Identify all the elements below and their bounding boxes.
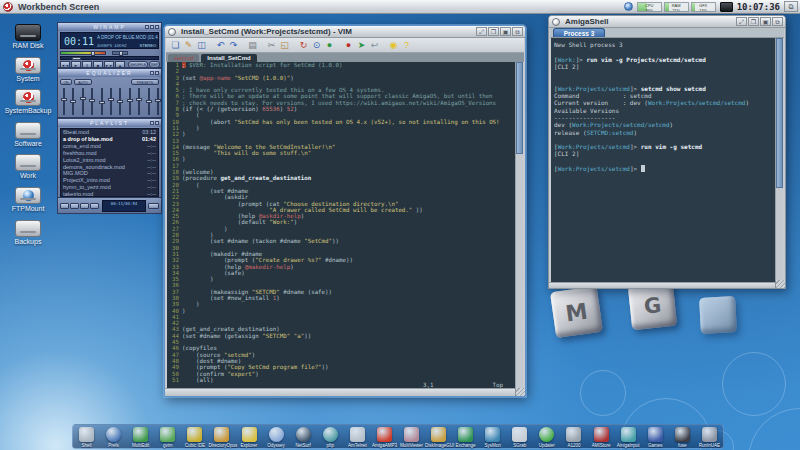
playlist-sel-button[interactable]: [80, 203, 89, 209]
shell-console[interactable]: New Shell process 3 [Work:]> run vim -g …: [551, 38, 775, 282]
dock-item-runinuae[interactable]: RunInUAE: [696, 427, 723, 448]
new-file-icon[interactable]: ❏: [169, 39, 182, 52]
eq-band-thumb[interactable]: [70, 100, 76, 103]
playlist-rem-button[interactable]: [70, 203, 79, 209]
open-file-icon[interactable]: ✎: [182, 39, 195, 52]
desktop-icon-work[interactable]: Work: [1, 154, 55, 179]
eq-band-thumb[interactable]: [146, 100, 152, 103]
dock-item-a1200[interactable]: A1200: [560, 427, 587, 448]
desktop-icon-system[interactable]: System: [1, 57, 55, 82]
session-load-icon[interactable]: ↻: [297, 39, 310, 52]
cut-icon[interactable]: ✂: [265, 39, 278, 52]
zoom-gadget[interactable]: ❐: [488, 27, 499, 36]
seek-slider[interactable]: [60, 56, 159, 60]
eq-band-slider[interactable]: [148, 88, 150, 115]
dock-item-amistore[interactable]: AMIStore: [588, 427, 615, 448]
eq-band-slider[interactable]: [101, 88, 103, 115]
iconify-gadget[interactable]: ▣: [500, 27, 511, 36]
eq-band-slider[interactable]: [72, 88, 74, 115]
dock-item-sysmon[interactable]: SysMon: [479, 427, 506, 448]
save-file-icon[interactable]: ◫: [195, 39, 208, 52]
eq-band-thumb[interactable]: [99, 101, 105, 104]
dock-item-directoryopus[interactable]: DirectoryOpus: [208, 427, 235, 448]
go-back-icon[interactable]: ↩: [368, 39, 381, 52]
playlist-item[interactable]: MIG.MOD--:--: [61, 170, 158, 177]
resize-handle[interactable]: [515, 388, 525, 396]
dock-item-multiedit[interactable]: MultiEdit: [127, 427, 154, 448]
shell-window[interactable]: AmigaShell ⤢❐▣⧉ Process 3 New Shell proc…: [548, 15, 786, 289]
eq-band-slider[interactable]: [63, 88, 65, 115]
eq-band-thumb[interactable]: [127, 99, 133, 102]
playlist-item[interactable]: demons_soundtrack.mod--:--: [61, 164, 158, 171]
dock-item-amtelnet[interactable]: AmTelnet: [344, 427, 371, 448]
eq-band-thumb[interactable]: [117, 100, 123, 103]
next-button[interactable]: ►►: [104, 61, 114, 68]
close-icon[interactable]: [552, 18, 560, 26]
playlist-item[interactable]: Lotus2_intro.mod--:--: [61, 157, 158, 164]
vim-tab-install_setcmd[interactable]: Install_SetCmd: [201, 54, 256, 62]
eq-band-thumb[interactable]: [155, 99, 161, 102]
eq-band-thumb[interactable]: [61, 98, 67, 101]
playlist-list[interactable]: 6beat.mod03:12a drop of blue.mod01:42com…: [60, 128, 159, 197]
make-icon[interactable]: ●: [323, 39, 336, 52]
eject-button[interactable]: ▲: [115, 61, 125, 68]
depth-gadget[interactable]: ⧉: [512, 27, 523, 36]
jump-tag-icon[interactable]: ➤: [355, 39, 368, 52]
desktop-icon-software[interactable]: Software: [1, 122, 55, 147]
eq-band-slider[interactable]: [138, 88, 140, 115]
dock-item-sgrab[interactable]: SGrab: [506, 427, 533, 448]
playlist-list-button[interactable]: [148, 203, 159, 209]
eq-auto-button[interactable]: AUTO: [74, 79, 92, 85]
dock-item-cubic-ide[interactable]: Cubic IDE: [181, 427, 208, 448]
shell-titlebar[interactable]: AmigaShell ⤢❐▣⧉: [549, 16, 785, 28]
dock-item-games[interactable]: Games: [642, 427, 669, 448]
equalizer-titlebar[interactable]: EQUALIZER: [58, 69, 161, 77]
dock-item-pftp[interactable]: pftp: [317, 427, 344, 448]
desktop-icon-ftpmount[interactable]: FTPMount: [1, 187, 55, 212]
equalizer-window-buttons[interactable]: [150, 71, 159, 75]
balance-slider[interactable]: [112, 51, 128, 55]
dock-item-diskimagegui[interactable]: DiskImageGUI: [425, 427, 452, 448]
desktop-icon-systembackup[interactable]: SystemBackup: [1, 89, 55, 114]
eq-band-slider[interactable]: [82, 88, 84, 115]
print-icon[interactable]: ▤: [246, 39, 259, 52]
dock-item-gvim[interactable]: gvim: [154, 427, 181, 448]
resize-gadget[interactable]: ⤢: [476, 27, 487, 36]
playlist-item[interactable]: hymn_to_yezz.mod--:--: [61, 184, 158, 191]
dock-item-odyssey[interactable]: Odyssey: [263, 427, 290, 448]
dock-item-fuse[interactable]: fuse: [669, 427, 696, 448]
playlist-item[interactable]: a drop of blue.mod01:42: [61, 136, 158, 143]
vim-window[interactable]: Install_SetCmd (Work:Projects/setcmd) - …: [164, 25, 526, 397]
player-equalizer-window[interactable]: EQUALIZER ON AUTO PRESETS: [57, 68, 162, 118]
zoom-gadget[interactable]: ❐: [748, 17, 759, 26]
eq-band-slider[interactable]: [91, 88, 93, 115]
dock-item-updater[interactable]: Updater: [533, 427, 560, 448]
player-window-buttons[interactable]: [145, 25, 159, 29]
eq-presets-button[interactable]: PRESETS: [131, 79, 159, 85]
eq-band-thumb[interactable]: [136, 98, 142, 101]
playlist-item[interactable]: coma_end.mod--:--: [61, 143, 158, 150]
volume-slider[interactable]: [60, 51, 106, 55]
shuffle-button[interactable]: SHUFFLE: [128, 61, 148, 68]
play-button[interactable]: ►: [71, 61, 81, 68]
dock-item-explorer[interactable]: Explorer: [236, 427, 263, 448]
dock-item-amigainput[interactable]: AmigaInput: [615, 427, 642, 448]
undo-icon[interactable]: ↶: [214, 39, 227, 52]
eq-band-slider[interactable]: [119, 88, 121, 115]
dock-item-shell[interactable]: Shell: [73, 427, 100, 448]
player-main-titlebar[interactable]: WINAMP: [58, 23, 161, 31]
tip-icon[interactable]: ◉: [387, 39, 400, 52]
eq-band-slider[interactable]: [157, 88, 159, 115]
notifier-icon[interactable]: [624, 2, 633, 11]
paste-icon[interactable]: ◱: [278, 39, 291, 52]
dock-item-netsurf[interactable]: NetSurf: [290, 427, 317, 448]
eq-band-thumb[interactable]: [89, 99, 95, 102]
iconify-gadget[interactable]: ▣: [760, 17, 771, 26]
playlist-item[interactable]: freshhou.mod--:--: [61, 150, 158, 157]
prev-button[interactable]: ◄◄: [60, 61, 70, 68]
shell-tab-process3[interactable]: Process 3: [553, 28, 605, 37]
screens-indicator-icon[interactable]: [720, 2, 733, 12]
eq-on-button[interactable]: ON: [60, 79, 72, 85]
stop-icon[interactable]: ●: [342, 39, 355, 52]
vim-titlebar[interactable]: Install_SetCmd (Work:Projects/setcmd) - …: [165, 26, 525, 38]
